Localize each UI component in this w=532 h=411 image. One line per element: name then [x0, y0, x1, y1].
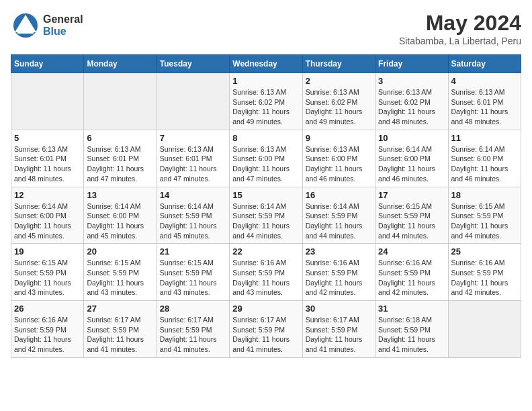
day-number: 8 — [232, 133, 299, 143]
column-header-friday: Friday — [375, 55, 448, 73]
day-info: Sunrise: 6:18 AM Sunset: 5:59 PM Dayligh… — [378, 315, 445, 355]
day-info: Sunrise: 6:14 AM Sunset: 6:00 PM Dayligh… — [378, 144, 445, 184]
day-cell: 30Sunrise: 6:17 AM Sunset: 5:59 PM Dayli… — [302, 301, 375, 358]
day-number: 26 — [14, 304, 81, 314]
day-info: Sunrise: 6:14 AM Sunset: 5:59 PM Dayligh… — [160, 201, 226, 241]
day-number: 25 — [451, 246, 518, 257]
day-number: 6 — [87, 133, 153, 143]
day-cell: 8Sunrise: 6:13 AM Sunset: 6:00 PM Daylig… — [230, 130, 302, 187]
day-number: 11 — [451, 133, 518, 143]
day-number: 7 — [160, 133, 226, 143]
day-cell: 7Sunrise: 6:13 AM Sunset: 6:01 PM Daylig… — [157, 130, 229, 187]
logo-text-blue: Blue — [43, 26, 83, 38]
day-info: Sunrise: 6:17 AM Sunset: 5:59 PM Dayligh… — [306, 315, 372, 355]
day-cell: 23Sunrise: 6:16 AM Sunset: 5:59 PM Dayli… — [302, 244, 375, 301]
day-info: Sunrise: 6:13 AM Sunset: 6:02 PM Dayligh… — [378, 87, 445, 127]
day-cell — [84, 73, 157, 130]
day-number: 4 — [451, 76, 518, 86]
day-info: Sunrise: 6:15 AM Sunset: 5:59 PM Dayligh… — [378, 201, 445, 241]
day-number: 13 — [87, 190, 153, 200]
day-info: Sunrise: 6:15 AM Sunset: 5:59 PM Dayligh… — [451, 201, 518, 241]
day-cell: 5Sunrise: 6:13 AM Sunset: 6:01 PM Daylig… — [11, 130, 84, 187]
day-cell: 12Sunrise: 6:14 AM Sunset: 6:00 PM Dayli… — [11, 187, 84, 244]
day-number: 24 — [378, 246, 445, 257]
day-info: Sunrise: 6:13 AM Sunset: 6:02 PM Dayligh… — [232, 87, 299, 127]
day-number: 10 — [378, 133, 445, 143]
day-info: Sunrise: 6:14 AM Sunset: 6:00 PM Dayligh… — [14, 201, 81, 241]
column-header-wednesday: Wednesday — [230, 55, 302, 73]
column-header-saturday: Saturday — [448, 55, 521, 73]
day-info: Sunrise: 6:13 AM Sunset: 6:02 PM Dayligh… — [306, 87, 372, 127]
day-cell: 1Sunrise: 6:13 AM Sunset: 6:02 PM Daylig… — [230, 73, 302, 130]
week-row-5: 26Sunrise: 6:16 AM Sunset: 5:59 PM Dayli… — [11, 301, 521, 358]
logo: General Blue — [11, 11, 83, 40]
day-number: 23 — [306, 246, 372, 257]
day-cell: 24Sunrise: 6:16 AM Sunset: 5:59 PM Dayli… — [375, 244, 448, 301]
day-cell: 13Sunrise: 6:14 AM Sunset: 6:00 PM Dayli… — [84, 187, 157, 244]
location-subtitle: Sitabamba, La Libertad, Peru — [399, 36, 521, 46]
day-info: Sunrise: 6:13 AM Sunset: 6:00 PM Dayligh… — [306, 144, 372, 184]
day-number: 17 — [378, 190, 445, 200]
day-cell: 25Sunrise: 6:16 AM Sunset: 5:59 PM Dayli… — [448, 244, 521, 301]
day-cell — [11, 73, 84, 130]
day-cell: 10Sunrise: 6:14 AM Sunset: 6:00 PM Dayli… — [375, 130, 448, 187]
day-cell: 14Sunrise: 6:14 AM Sunset: 5:59 PM Dayli… — [157, 187, 229, 244]
day-number: 18 — [451, 190, 518, 200]
day-cell: 28Sunrise: 6:17 AM Sunset: 5:59 PM Dayli… — [157, 301, 229, 358]
day-cell: 16Sunrise: 6:14 AM Sunset: 5:59 PM Dayli… — [302, 187, 375, 244]
page-header: General Blue May 2024 Sitabamba, La Libe… — [11, 11, 521, 46]
day-info: Sunrise: 6:13 AM Sunset: 6:01 PM Dayligh… — [14, 144, 81, 184]
day-number: 30 — [306, 304, 372, 314]
header-row: SundayMondayTuesdayWednesdayThursdayFrid… — [11, 55, 521, 73]
day-info: Sunrise: 6:13 AM Sunset: 6:01 PM Dayligh… — [160, 144, 226, 184]
day-cell: 27Sunrise: 6:17 AM Sunset: 5:59 PM Dayli… — [84, 301, 157, 358]
day-info: Sunrise: 6:16 AM Sunset: 5:59 PM Dayligh… — [378, 258, 445, 298]
day-info: Sunrise: 6:13 AM Sunset: 6:01 PM Dayligh… — [451, 87, 518, 127]
day-info: Sunrise: 6:16 AM Sunset: 5:59 PM Dayligh… — [232, 258, 299, 298]
column-header-monday: Monday — [84, 55, 157, 73]
week-row-4: 19Sunrise: 6:15 AM Sunset: 5:59 PM Dayli… — [11, 244, 521, 301]
day-number: 20 — [87, 246, 153, 257]
day-cell — [448, 301, 521, 358]
day-number: 19 — [14, 246, 81, 257]
day-info: Sunrise: 6:16 AM Sunset: 5:59 PM Dayligh… — [14, 315, 81, 355]
column-header-thursday: Thursday — [302, 55, 375, 73]
day-number: 12 — [14, 190, 81, 200]
column-header-tuesday: Tuesday — [157, 55, 229, 73]
day-info: Sunrise: 6:14 AM Sunset: 6:00 PM Dayligh… — [451, 144, 518, 184]
week-row-3: 12Sunrise: 6:14 AM Sunset: 6:00 PM Dayli… — [11, 187, 521, 244]
day-info: Sunrise: 6:13 AM Sunset: 6:00 PM Dayligh… — [232, 144, 299, 184]
day-info: Sunrise: 6:15 AM Sunset: 5:59 PM Dayligh… — [87, 258, 153, 298]
day-cell: 18Sunrise: 6:15 AM Sunset: 5:59 PM Dayli… — [448, 187, 521, 244]
week-row-2: 5Sunrise: 6:13 AM Sunset: 6:01 PM Daylig… — [11, 130, 521, 187]
day-cell: 17Sunrise: 6:15 AM Sunset: 5:59 PM Dayli… — [375, 187, 448, 244]
day-info: Sunrise: 6:14 AM Sunset: 5:59 PM Dayligh… — [306, 201, 372, 241]
day-number: 21 — [160, 246, 226, 257]
day-cell: 6Sunrise: 6:13 AM Sunset: 6:01 PM Daylig… — [84, 130, 157, 187]
day-cell: 26Sunrise: 6:16 AM Sunset: 5:59 PM Dayli… — [11, 301, 84, 358]
day-number: 14 — [160, 190, 226, 200]
day-info: Sunrise: 6:17 AM Sunset: 5:59 PM Dayligh… — [160, 315, 226, 355]
day-info: Sunrise: 6:17 AM Sunset: 5:59 PM Dayligh… — [87, 315, 153, 355]
calendar-table: SundayMondayTuesdayWednesdayThursdayFrid… — [11, 54, 521, 358]
day-number: 1 — [232, 76, 299, 86]
day-number: 15 — [232, 190, 299, 200]
month-year-title: May 2024 — [399, 11, 521, 36]
day-cell: 2Sunrise: 6:13 AM Sunset: 6:02 PM Daylig… — [302, 73, 375, 130]
day-number: 2 — [306, 76, 372, 86]
day-cell: 20Sunrise: 6:15 AM Sunset: 5:59 PM Dayli… — [84, 244, 157, 301]
day-info: Sunrise: 6:17 AM Sunset: 5:59 PM Dayligh… — [232, 315, 299, 355]
day-number: 5 — [14, 133, 81, 143]
day-number: 9 — [306, 133, 372, 143]
day-cell: 31Sunrise: 6:18 AM Sunset: 5:59 PM Dayli… — [375, 301, 448, 358]
day-number: 28 — [160, 304, 226, 314]
day-cell: 15Sunrise: 6:14 AM Sunset: 5:59 PM Dayli… — [230, 187, 302, 244]
day-cell: 9Sunrise: 6:13 AM Sunset: 6:00 PM Daylig… — [302, 130, 375, 187]
day-info: Sunrise: 6:14 AM Sunset: 6:00 PM Dayligh… — [87, 201, 153, 241]
day-number: 16 — [306, 190, 372, 200]
day-number: 31 — [378, 304, 445, 314]
day-number: 29 — [232, 304, 299, 314]
day-cell: 22Sunrise: 6:16 AM Sunset: 5:59 PM Dayli… — [230, 244, 302, 301]
day-info: Sunrise: 6:13 AM Sunset: 6:01 PM Dayligh… — [87, 144, 153, 184]
day-info: Sunrise: 6:16 AM Sunset: 5:59 PM Dayligh… — [451, 258, 518, 298]
